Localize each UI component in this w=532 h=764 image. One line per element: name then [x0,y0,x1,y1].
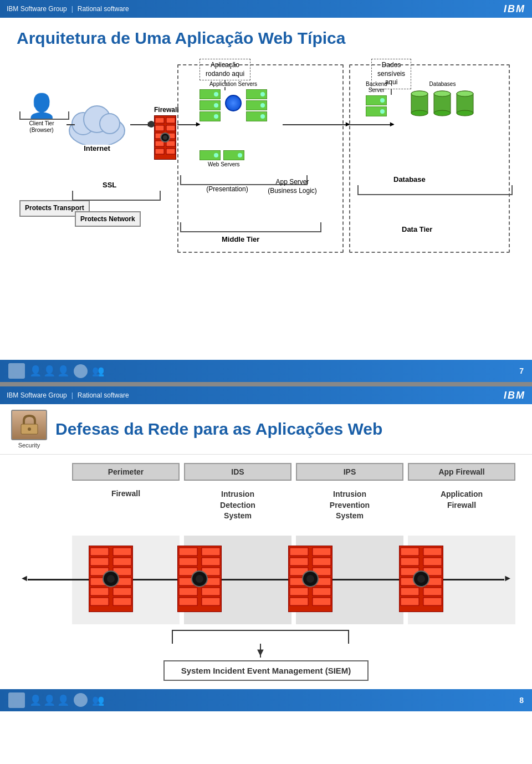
svg-point-50 [28,427,31,431]
fw-brick-4 [399,546,443,612]
svg-point-16 [163,135,167,140]
svg-rect-91 [313,588,331,595]
slide1-header-text: IBM Software Group | Rational software [7,5,129,13]
svg-rect-93 [313,598,331,605]
svg-rect-83 [313,548,331,556]
slide2-header: IBM Software Group | Rational software I… [0,386,532,404]
slide1-company: IBM Software Group [7,5,67,13]
svg-point-22 [214,114,218,119]
slide1-ibm-logo: IBM [504,3,525,15]
svg-point-18 [214,92,218,96]
svg-rect-75 [179,588,197,595]
svg-rect-98 [423,548,442,556]
svg-rect-78 [202,598,220,605]
svg-point-48 [457,91,473,96]
slide2-company: IBM Software Group [7,391,67,399]
svg-rect-8 [166,125,175,131]
security-icon-area: Security [11,410,47,449]
slide2-number: 8 [519,696,524,705]
middle-tier-bracket [180,222,321,232]
slide-1: IBM Software Group | Rational software I… [0,0,532,382]
databases-group: Databases [410,81,475,120]
slide2-footer-icons: 👤 👤 👤 👥 [8,692,104,708]
firewall-label: Firewall [154,106,179,114]
svg-rect-90 [290,588,308,595]
svg-rect-53 [113,548,131,556]
ssl-bracket [72,191,161,201]
fw-brick-3 [288,546,332,612]
arrow-client-internet [66,124,75,125]
footer-figures: 👤 👤 👤 [29,365,69,377]
svg-point-28 [260,114,265,119]
svg-rect-108 [423,598,442,605]
svg-rect-97 [401,548,419,556]
fw-block-3 [288,546,332,612]
svg-rect-69 [179,558,197,566]
presentation-label: (Presentation) [200,185,255,193]
footer-icon-2 [74,364,88,378]
firewall-svg [154,115,176,160]
svg-rect-70 [202,558,220,566]
slide2-footer-icon-3: 👥 [92,694,104,706]
svg-rect-76 [202,588,220,595]
svg-rect-100 [423,558,442,566]
col-header-ids: IDS [184,463,291,481]
fw-blocks-row: ◄ ► [17,536,515,624]
svg-rect-107 [401,598,419,605]
callout-app-label: Aplicação rodando aqui [200,59,250,80]
svg-point-34 [380,98,385,103]
slide2-title: Defesas da Rede para as Aplicações Web [55,420,382,439]
svg-rect-68 [202,548,220,556]
slide1-title: Arquitetura de Uma Aplicação Web Típica [17,29,515,48]
middle-tier-label: Middle Tier [222,235,259,243]
svg-rect-5 [155,118,164,123]
security-badge-icon [11,410,47,440]
defense-diagram: Perimeter IDS IPS App Firewall Firewall … [0,455,532,689]
app-server-label: App Server (Business Logic) [260,178,324,195]
siem-box: System Incident Event Management (SIEM) [163,660,369,681]
svg-rect-77 [179,598,197,605]
slide1-footer: 👤 👤 👤 👥 7 [0,360,532,382]
fw-block-1 [89,546,133,612]
footer-icon-1 [8,363,25,379]
slide2-ibm-logo: IBM [504,390,525,401]
slide2-footer-icon-2 [74,693,88,707]
backend-server-stack [366,95,387,116]
dot-connector [148,121,155,128]
svg-point-30 [214,153,218,157]
columns-header-row: Perimeter IDS IPS App Firewall [72,463,515,481]
svg-point-36 [380,109,385,114]
slide2-divider: | [71,391,73,399]
slide1-product: Rational software [78,5,129,13]
siem-box-container: System Incident Event Management (SIEM) [17,660,515,681]
callout-app: Aplicação rodando aqui [200,59,250,90]
col-desc-ips: IntrusionPreventionSystem [296,489,403,522]
columns-desc-row: Firewall IntrusionDetectionSystem Intrus… [72,489,515,522]
slide2-header-text: IBM Software Group | Rational software [7,391,129,399]
svg-rect-85 [313,558,331,566]
security-badge-area: Security Defesas da Rede para as Aplicaç… [0,404,532,455]
web-servers-label: Web Servers [208,161,240,167]
svg-rect-14 [166,149,175,154]
col-header-perimeter: Perimeter [72,463,180,481]
col-header-ips: IPS [296,463,403,481]
fw-brick-1 [89,546,133,612]
siem-arrow-down: ▼ [255,646,266,658]
lock-icon [18,414,40,436]
svg-rect-6 [166,118,175,123]
svg-rect-52 [90,548,109,556]
server-stack-2 [246,89,267,121]
arrow-fw-servers: ► [177,124,200,125]
svg-rect-84 [290,558,308,566]
svg-point-26 [260,103,265,108]
ssl-label: SSL [103,181,116,189]
svg-rect-106 [423,588,442,595]
slide-2: IBM Software Group | Rational software I… [0,386,532,764]
bracket-left [172,630,173,644]
fw-block-4 [399,546,443,612]
svg-point-24 [260,92,265,96]
svg-point-80 [196,575,203,583]
app-servers-stack [200,89,267,121]
db-stack [410,89,475,120]
svg-rect-62 [90,598,109,605]
